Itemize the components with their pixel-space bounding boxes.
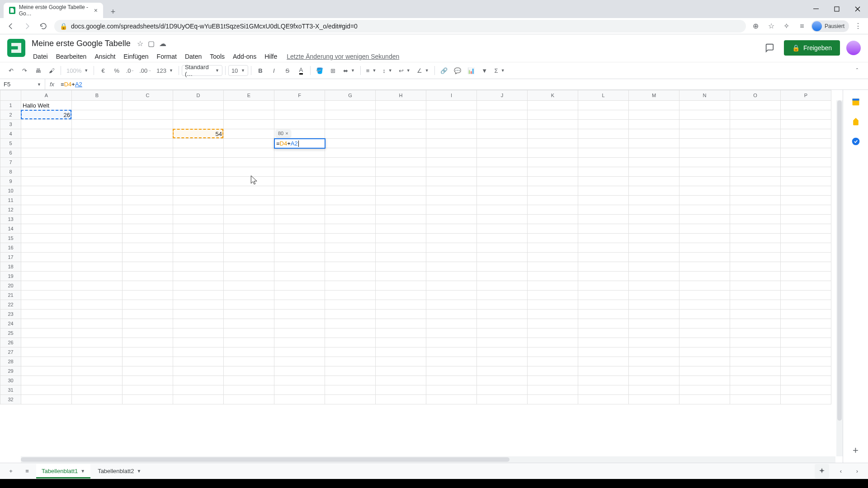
name-box[interactable]: F5 ▼ bbox=[0, 79, 45, 89]
cell-K8[interactable] bbox=[528, 167, 578, 177]
cell-B10[interactable] bbox=[72, 186, 123, 196]
row-header-24[interactable]: 24 bbox=[0, 319, 21, 328]
cell-E5[interactable] bbox=[224, 139, 274, 148]
cell-O13[interactable] bbox=[730, 215, 781, 224]
font-select[interactable]: Standard (…▼ bbox=[182, 65, 222, 76]
cell-A6[interactable] bbox=[21, 148, 72, 158]
cell-C8[interactable] bbox=[123, 167, 173, 177]
cell-O4[interactable] bbox=[730, 129, 781, 139]
print-button[interactable]: 🖶 bbox=[32, 64, 44, 77]
cell-I12[interactable] bbox=[426, 205, 477, 215]
cell-A21[interactable] bbox=[21, 291, 72, 300]
cell-E10[interactable] bbox=[224, 186, 274, 196]
cell-P16[interactable] bbox=[781, 243, 831, 253]
cell-D25[interactable] bbox=[173, 328, 224, 338]
cell-K31[interactable] bbox=[528, 385, 578, 395]
strikethrough-button[interactable]: S bbox=[281, 64, 294, 77]
cell-L7[interactable] bbox=[578, 158, 629, 167]
cell-H15[interactable] bbox=[376, 234, 426, 243]
cell-J7[interactable] bbox=[477, 158, 528, 167]
cell-O1[interactable] bbox=[730, 101, 781, 110]
cell-D15[interactable] bbox=[173, 234, 224, 243]
cell-A16[interactable] bbox=[21, 243, 72, 253]
percent-button[interactable]: % bbox=[110, 64, 123, 77]
zoom-indicator-icon[interactable]: ⊕ bbox=[750, 20, 762, 33]
cell-J24[interactable] bbox=[477, 319, 528, 328]
cell-C16[interactable] bbox=[123, 243, 173, 253]
cell-H29[interactable] bbox=[376, 366, 426, 376]
cell-D9[interactable] bbox=[173, 177, 224, 186]
cell-C4[interactable] bbox=[123, 129, 173, 139]
cell-M30[interactable] bbox=[629, 376, 679, 385]
cell-N17[interactable] bbox=[679, 253, 730, 262]
cell-O27[interactable] bbox=[730, 347, 781, 357]
cell-I7[interactable] bbox=[426, 158, 477, 167]
cell-M31[interactable] bbox=[629, 385, 679, 395]
cell-J14[interactable] bbox=[477, 224, 528, 234]
cell-M14[interactable] bbox=[629, 224, 679, 234]
cell-C21[interactable] bbox=[123, 291, 173, 300]
sheet-tab-2[interactable]: Tabellenblatt2 ▼ bbox=[92, 464, 146, 478]
cell-N23[interactable] bbox=[679, 310, 730, 319]
cell-M21[interactable] bbox=[629, 291, 679, 300]
cell-C31[interactable] bbox=[123, 385, 173, 395]
cell-K20[interactable] bbox=[528, 281, 578, 291]
bold-button[interactable]: B bbox=[254, 64, 267, 77]
cell-F26[interactable] bbox=[274, 338, 325, 347]
add-sheet-button[interactable]: + bbox=[4, 464, 18, 479]
cell-L6[interactable] bbox=[578, 148, 629, 158]
cell-I24[interactable] bbox=[426, 319, 477, 328]
cell-A13[interactable] bbox=[21, 215, 72, 224]
url-input[interactable]: 🔒 docs.google.com/spreadsheets/d/1D9UyOE… bbox=[54, 20, 746, 33]
cell-J17[interactable] bbox=[477, 253, 528, 262]
cell-J29[interactable] bbox=[477, 366, 528, 376]
cell-K17[interactable] bbox=[528, 253, 578, 262]
row-header-30[interactable]: 30 bbox=[0, 376, 21, 385]
cell-F21[interactable] bbox=[274, 291, 325, 300]
cell-G26[interactable] bbox=[325, 338, 376, 347]
cell-M26[interactable] bbox=[629, 338, 679, 347]
cell-H2[interactable] bbox=[376, 110, 426, 120]
cell-C1[interactable] bbox=[123, 101, 173, 110]
cell-M13[interactable] bbox=[629, 215, 679, 224]
cell-K25[interactable] bbox=[528, 328, 578, 338]
cell-F10[interactable] bbox=[274, 186, 325, 196]
row-header-13[interactable]: 13 bbox=[0, 215, 21, 224]
cell-P29[interactable] bbox=[781, 366, 831, 376]
cell-K2[interactable] bbox=[528, 110, 578, 120]
back-button[interactable] bbox=[4, 19, 18, 33]
cell-C15[interactable] bbox=[123, 234, 173, 243]
row-header-14[interactable]: 14 bbox=[0, 224, 21, 234]
decrease-decimal-button[interactable]: .0← bbox=[124, 64, 137, 77]
cell-J4[interactable] bbox=[477, 129, 528, 139]
cell-F20[interactable] bbox=[274, 281, 325, 291]
cell-L12[interactable] bbox=[578, 205, 629, 215]
cell-K30[interactable] bbox=[528, 376, 578, 385]
cell-K5[interactable] bbox=[528, 139, 578, 148]
cell-B19[interactable] bbox=[72, 272, 123, 281]
cell-I23[interactable] bbox=[426, 310, 477, 319]
cell-I1[interactable] bbox=[426, 101, 477, 110]
cell-C10[interactable] bbox=[123, 186, 173, 196]
undo-button[interactable]: ↶ bbox=[5, 64, 17, 77]
cell-G25[interactable] bbox=[325, 328, 376, 338]
cell-H3[interactable] bbox=[376, 120, 426, 129]
cell-D28[interactable] bbox=[173, 357, 224, 366]
italic-button[interactable]: I bbox=[268, 64, 280, 77]
formula-input[interactable]: =D4+A2 bbox=[59, 81, 868, 88]
cell-H20[interactable] bbox=[376, 281, 426, 291]
cell-J11[interactable] bbox=[477, 196, 528, 205]
cell-F27[interactable] bbox=[274, 347, 325, 357]
cell-A20[interactable] bbox=[21, 281, 72, 291]
cell-F14[interactable] bbox=[274, 224, 325, 234]
cell-D29[interactable] bbox=[173, 366, 224, 376]
cell-J18[interactable] bbox=[477, 262, 528, 272]
cell-P10[interactable] bbox=[781, 186, 831, 196]
cell-C25[interactable] bbox=[123, 328, 173, 338]
profile-chip[interactable]: Pausiert bbox=[811, 20, 849, 32]
cell-O28[interactable] bbox=[730, 357, 781, 366]
cell-G21[interactable] bbox=[325, 291, 376, 300]
col-header-N[interactable]: N bbox=[679, 90, 730, 101]
cell-E1[interactable] bbox=[224, 101, 274, 110]
cell-C20[interactable] bbox=[123, 281, 173, 291]
